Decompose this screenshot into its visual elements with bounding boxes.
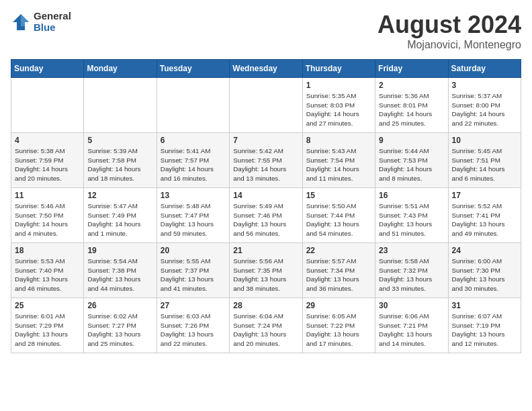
calendar-cell: 21Sunrise: 5:56 AMSunset: 7:35 PMDayligh… — [230, 243, 302, 298]
day-info: Sunrise: 5:56 AMSunset: 7:35 PMDaylight:… — [233, 257, 298, 293]
day-number: 6 — [161, 136, 226, 145]
day-info: Sunrise: 6:02 AMSunset: 7:27 PMDaylight:… — [87, 312, 152, 349]
calendar-week-row: 4Sunrise: 5:38 AMSunset: 7:59 PMDaylight… — [11, 133, 521, 188]
day-number: 5 — [87, 136, 152, 145]
calendar-cell: 3Sunrise: 5:37 AMSunset: 8:00 PMDaylight… — [448, 78, 521, 133]
day-info: Sunrise: 5:43 AMSunset: 7:54 PMDaylight:… — [306, 146, 371, 183]
day-info: Sunrise: 6:05 AMSunset: 7:22 PMDaylight:… — [306, 312, 371, 349]
calendar-cell: 24Sunrise: 6:00 AMSunset: 7:30 PMDayligh… — [448, 243, 521, 298]
day-info: Sunrise: 5:49 AMSunset: 7:46 PMDaylight:… — [233, 201, 298, 238]
calendar-cell — [230, 78, 302, 133]
calendar-cell: 20Sunrise: 5:55 AMSunset: 7:37 PMDayligh… — [157, 243, 229, 298]
month-year-title: August 2024 — [378, 11, 521, 39]
day-number: 26 — [87, 301, 152, 310]
day-info: Sunrise: 5:35 AMSunset: 8:03 PMDaylight:… — [306, 91, 371, 128]
calendar-cell: 2Sunrise: 5:36 AMSunset: 8:01 PMDaylight… — [375, 78, 448, 133]
calendar-body: 1Sunrise: 5:35 AMSunset: 8:03 PMDaylight… — [11, 78, 521, 353]
day-info: Sunrise: 5:51 AMSunset: 7:43 PMDaylight:… — [379, 201, 444, 238]
calendar-cell: 7Sunrise: 5:42 AMSunset: 7:55 PMDaylight… — [230, 133, 302, 188]
day-info: Sunrise: 5:52 AMSunset: 7:41 PMDaylight:… — [452, 201, 517, 238]
calendar-cell: 23Sunrise: 5:58 AMSunset: 7:32 PMDayligh… — [375, 243, 448, 298]
calendar-cell: 13Sunrise: 5:48 AMSunset: 7:47 PMDayligh… — [157, 188, 229, 243]
header-row: SundayMondayTuesdayWednesdayThursdayFrid… — [11, 60, 521, 78]
day-number: 4 — [15, 136, 80, 145]
day-info: Sunrise: 6:03 AMSunset: 7:26 PMDaylight:… — [161, 312, 226, 349]
calendar-table: SundayMondayTuesdayWednesdayThursdayFrid… — [11, 59, 521, 353]
day-number: 25 — [15, 301, 80, 310]
day-number: 3 — [452, 81, 517, 90]
calendar-cell: 11Sunrise: 5:46 AMSunset: 7:50 PMDayligh… — [11, 188, 84, 243]
location-subtitle: Mojanovici, Montenegro — [378, 39, 521, 51]
logo-blue-text: Blue — [34, 22, 71, 34]
day-number: 22 — [306, 246, 371, 255]
calendar-cell: 22Sunrise: 5:57 AMSunset: 7:34 PMDayligh… — [302, 243, 375, 298]
day-info: Sunrise: 6:07 AMSunset: 7:19 PMDaylight:… — [452, 312, 517, 349]
day-info: Sunrise: 6:01 AMSunset: 7:29 PMDaylight:… — [15, 312, 80, 349]
calendar-cell: 28Sunrise: 6:04 AMSunset: 7:24 PMDayligh… — [230, 298, 302, 353]
day-number: 14 — [233, 191, 298, 200]
day-number: 11 — [15, 191, 80, 200]
svg-marker-1 — [21, 14, 29, 26]
calendar-cell: 18Sunrise: 5:53 AMSunset: 7:40 PMDayligh… — [11, 243, 84, 298]
day-number: 24 — [452, 246, 517, 255]
day-info: Sunrise: 5:36 AMSunset: 8:01 PMDaylight:… — [379, 91, 444, 128]
day-number: 12 — [87, 191, 152, 200]
calendar-cell: 12Sunrise: 5:47 AMSunset: 7:49 PMDayligh… — [84, 188, 157, 243]
logo-icon — [11, 12, 31, 32]
day-of-week-header: Thursday — [302, 60, 375, 78]
calendar-week-row: 11Sunrise: 5:46 AMSunset: 7:50 PMDayligh… — [11, 188, 521, 243]
day-info: Sunrise: 5:38 AMSunset: 7:59 PMDaylight:… — [15, 146, 80, 183]
day-info: Sunrise: 5:58 AMSunset: 7:32 PMDaylight:… — [379, 257, 444, 293]
day-info: Sunrise: 5:37 AMSunset: 8:00 PMDaylight:… — [452, 91, 517, 128]
day-number: 10 — [452, 136, 517, 145]
calendar-cell: 16Sunrise: 5:51 AMSunset: 7:43 PMDayligh… — [375, 188, 448, 243]
calendar-cell — [11, 78, 84, 133]
day-info: Sunrise: 5:39 AMSunset: 7:58 PMDaylight:… — [87, 146, 152, 183]
day-info: Sunrise: 5:53 AMSunset: 7:40 PMDaylight:… — [15, 257, 80, 293]
day-number: 20 — [161, 246, 226, 255]
logo: General Blue — [11, 11, 71, 33]
day-info: Sunrise: 5:57 AMSunset: 7:34 PMDaylight:… — [306, 257, 371, 293]
calendar-cell: 25Sunrise: 6:01 AMSunset: 7:29 PMDayligh… — [11, 298, 84, 353]
calendar-header: SundayMondayTuesdayWednesdayThursdayFrid… — [11, 60, 521, 78]
day-info: Sunrise: 6:00 AMSunset: 7:30 PMDaylight:… — [452, 257, 517, 293]
day-number: 15 — [306, 191, 371, 200]
calendar-cell: 1Sunrise: 5:35 AMSunset: 8:03 PMDaylight… — [302, 78, 375, 133]
day-info: Sunrise: 5:47 AMSunset: 7:49 PMDaylight:… — [87, 201, 152, 238]
calendar-week-row: 18Sunrise: 5:53 AMSunset: 7:40 PMDayligh… — [11, 243, 521, 298]
calendar-cell: 10Sunrise: 5:45 AMSunset: 7:51 PMDayligh… — [448, 133, 521, 188]
day-number: 21 — [233, 246, 298, 255]
day-of-week-header: Monday — [84, 60, 157, 78]
day-number: 17 — [452, 191, 517, 200]
day-of-week-header: Friday — [375, 60, 448, 78]
day-info: Sunrise: 5:50 AMSunset: 7:44 PMDaylight:… — [306, 201, 371, 238]
day-info: Sunrise: 5:45 AMSunset: 7:51 PMDaylight:… — [452, 146, 517, 183]
day-info: Sunrise: 5:41 AMSunset: 7:57 PMDaylight:… — [161, 146, 226, 183]
day-number: 23 — [379, 246, 444, 255]
day-of-week-header: Saturday — [448, 60, 521, 78]
day-info: Sunrise: 5:54 AMSunset: 7:38 PMDaylight:… — [87, 257, 152, 293]
calendar-cell: 17Sunrise: 5:52 AMSunset: 7:41 PMDayligh… — [448, 188, 521, 243]
day-info: Sunrise: 5:55 AMSunset: 7:37 PMDaylight:… — [161, 257, 226, 293]
page-header: General Blue August 2024 Mojanovici, Mon… — [11, 11, 521, 51]
day-number: 8 — [306, 136, 371, 145]
calendar-cell: 30Sunrise: 6:06 AMSunset: 7:21 PMDayligh… — [375, 298, 448, 353]
day-number: 2 — [379, 81, 444, 90]
day-number: 7 — [233, 136, 298, 145]
day-info: Sunrise: 6:06 AMSunset: 7:21 PMDaylight:… — [379, 312, 444, 349]
day-info: Sunrise: 5:48 AMSunset: 7:47 PMDaylight:… — [161, 201, 226, 238]
day-number: 28 — [233, 301, 298, 310]
day-info: Sunrise: 5:44 AMSunset: 7:53 PMDaylight:… — [379, 146, 444, 183]
day-info: Sunrise: 6:04 AMSunset: 7:24 PMDaylight:… — [233, 312, 298, 349]
calendar-cell: 14Sunrise: 5:49 AMSunset: 7:46 PMDayligh… — [230, 188, 302, 243]
calendar-cell: 29Sunrise: 6:05 AMSunset: 7:22 PMDayligh… — [302, 298, 375, 353]
day-number: 27 — [161, 301, 226, 310]
day-number: 31 — [452, 301, 517, 310]
day-number: 13 — [161, 191, 226, 200]
calendar-cell — [84, 78, 157, 133]
day-number: 19 — [87, 246, 152, 255]
day-info: Sunrise: 5:42 AMSunset: 7:55 PMDaylight:… — [233, 146, 298, 183]
calendar-cell: 4Sunrise: 5:38 AMSunset: 7:59 PMDaylight… — [11, 133, 84, 188]
calendar-cell: 9Sunrise: 5:44 AMSunset: 7:53 PMDaylight… — [375, 133, 448, 188]
calendar-cell: 15Sunrise: 5:50 AMSunset: 7:44 PMDayligh… — [302, 188, 375, 243]
